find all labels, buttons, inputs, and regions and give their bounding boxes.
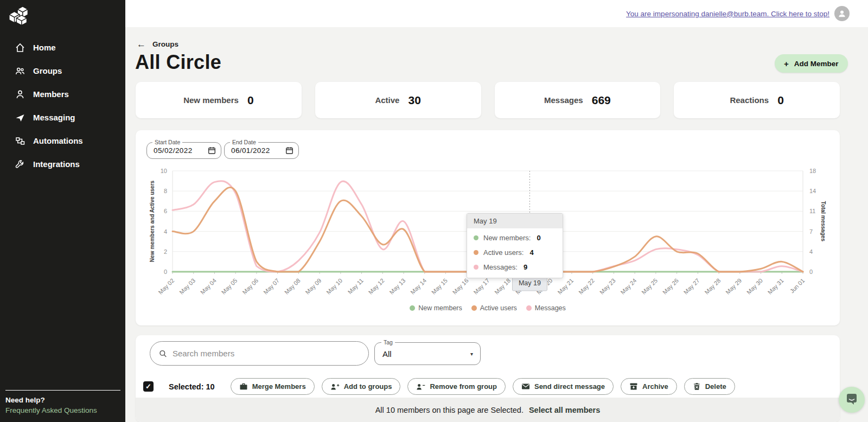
tag-filter-select[interactable]: Tag All ▾ xyxy=(374,342,481,365)
svg-text:May 25: May 25 xyxy=(640,277,659,296)
breadcrumb-label[interactable]: Groups xyxy=(152,40,178,48)
svg-text:May 21: May 21 xyxy=(556,277,575,296)
archive-icon xyxy=(629,382,638,391)
send-direct-message-button[interactable]: Send direct message xyxy=(513,378,614,395)
legend-item-active-users: Active users xyxy=(471,304,517,312)
svg-text:6: 6 xyxy=(164,208,167,214)
sidebar-item-label: Integrations xyxy=(33,159,80,169)
chart-legend: New members Active users Messages xyxy=(136,304,840,312)
person-add-icon xyxy=(330,383,340,391)
sidebar-item-integrations[interactable]: Integrations xyxy=(0,152,125,176)
search-input[interactable] xyxy=(173,349,360,358)
selected-count-label: Selected: 10 xyxy=(169,382,215,391)
stat-card-messages: Messages 669 xyxy=(495,82,661,118)
back-arrow-icon[interactable]: ← xyxy=(137,40,146,49)
svg-text:May 13: May 13 xyxy=(388,277,406,296)
svg-text:May 09: May 09 xyxy=(304,277,323,296)
button-label: Send direct message xyxy=(534,382,605,391)
analytics-chart-card: Start Date 05/02/2022 End Date 06/01/202… xyxy=(136,130,840,325)
archive-button[interactable]: Archive xyxy=(621,378,677,395)
sidebar-item-home[interactable]: Home xyxy=(0,36,125,59)
check-icon: ✓ xyxy=(145,382,151,391)
tooltip-label: Active users: xyxy=(483,248,524,257)
groups-icon xyxy=(15,66,25,76)
chat-widget-button[interactable] xyxy=(839,387,865,413)
svg-text:May 16: May 16 xyxy=(451,277,470,296)
svg-text:Jun 01: Jun 01 xyxy=(789,277,806,295)
bulk-actions-row: ✓ Selected: 10 Merge Members Add to grou… xyxy=(143,378,834,395)
stat-card-reactions: Reactions 0 xyxy=(674,82,840,118)
merge-members-button[interactable]: Merge Members xyxy=(231,378,315,395)
messages-dot-icon xyxy=(526,305,532,311)
add-to-groups-button[interactable]: Add to groups xyxy=(322,378,401,395)
svg-text:8: 8 xyxy=(164,188,167,194)
select-all-checkbox[interactable]: ✓ xyxy=(143,381,154,392)
sidebar: Home Groups Members Messaging Automation… xyxy=(0,0,125,422)
button-label: Archive xyxy=(642,382,668,391)
sidebar-nav: Home Groups Members Messaging Automation… xyxy=(0,36,125,176)
svg-text:May 30: May 30 xyxy=(745,277,764,296)
button-label: Remove from group xyxy=(430,382,497,391)
automations-icon xyxy=(15,136,25,146)
tooltip-value: 0 xyxy=(537,234,540,242)
svg-text:4: 4 xyxy=(809,248,813,255)
svg-text:May 10: May 10 xyxy=(325,277,343,296)
svg-text:0: 0 xyxy=(164,268,167,275)
sidebar-item-automations[interactable]: Automations xyxy=(0,129,125,152)
members-card: Tag All ▾ ✓ Selected: 10 Merge Members A… xyxy=(136,335,840,422)
boxes-logo-icon xyxy=(7,5,32,27)
select-all-members-link[interactable]: Select all members xyxy=(529,406,600,414)
wrench-icon xyxy=(15,159,25,170)
topbar: You are impersonating danielle@burb.team… xyxy=(125,0,868,27)
add-member-button[interactable]: + Add Member xyxy=(775,54,848,73)
svg-text:May 28: May 28 xyxy=(703,277,722,296)
faq-link[interactable]: Frequently Asked Questions xyxy=(5,406,120,414)
calendar-icon[interactable] xyxy=(285,146,293,155)
tooltip-value: 9 xyxy=(524,263,527,271)
svg-text:7: 7 xyxy=(809,228,813,235)
tooltip-label: New members: xyxy=(483,234,531,242)
user-avatar[interactable] xyxy=(834,6,850,21)
home-icon xyxy=(15,42,25,53)
member-search[interactable] xyxy=(150,341,369,366)
page-title: All Circle xyxy=(135,51,221,74)
tag-label: Tag xyxy=(381,339,395,346)
new-members-dot-icon xyxy=(474,235,478,240)
start-date-label: Start Date xyxy=(152,139,182,145)
stat-value: 30 xyxy=(408,94,420,107)
stat-label: Reactions xyxy=(730,95,769,105)
sidebar-item-messaging[interactable]: Messaging xyxy=(0,106,125,129)
end-date-value: 06/01/2022 xyxy=(231,146,270,155)
svg-text:14: 14 xyxy=(809,188,816,194)
start-date-input[interactable]: Start Date 05/02/2022 xyxy=(146,142,221,159)
end-date-label: End Date xyxy=(230,139,258,145)
delete-button[interactable]: Delete xyxy=(684,378,735,395)
selection-summary-text: All 10 members on this page are Selected… xyxy=(375,406,524,414)
sidebar-item-label: Members xyxy=(33,89,69,99)
stat-label: Messages xyxy=(544,95,583,105)
sidebar-item-label: Groups xyxy=(33,66,62,75)
svg-text:May 17: May 17 xyxy=(472,277,490,296)
person-icon xyxy=(837,9,847,18)
svg-text:Total messages: Total messages xyxy=(820,201,826,242)
remove-from-group-button[interactable]: Remove from group xyxy=(407,378,506,395)
breadcrumb[interactable]: ← Groups xyxy=(137,40,178,49)
legend-item-messages: Messages xyxy=(526,304,566,312)
stat-card-active: Active 30 xyxy=(315,82,481,118)
sidebar-item-groups[interactable]: Groups xyxy=(0,59,125,82)
send-icon xyxy=(15,112,25,123)
sidebar-item-members[interactable]: Members xyxy=(0,82,125,106)
merge-icon xyxy=(239,382,248,391)
svg-text:May 08: May 08 xyxy=(283,277,302,296)
end-date-input[interactable]: End Date 06/01/2022 xyxy=(224,142,299,159)
svg-text:May 22: May 22 xyxy=(577,277,596,296)
impersonation-banner-link[interactable]: You are impersonating danielle@burb.team… xyxy=(626,10,829,18)
svg-text:May 15: May 15 xyxy=(430,277,449,296)
chat-bubble-icon xyxy=(845,393,859,407)
new-members-dot-icon xyxy=(410,305,415,311)
sidebar-item-label: Messaging xyxy=(33,113,75,122)
button-label: Add to groups xyxy=(344,382,392,391)
calendar-icon[interactable] xyxy=(208,146,216,155)
search-icon xyxy=(159,349,167,358)
app-logo[interactable] xyxy=(7,5,32,29)
